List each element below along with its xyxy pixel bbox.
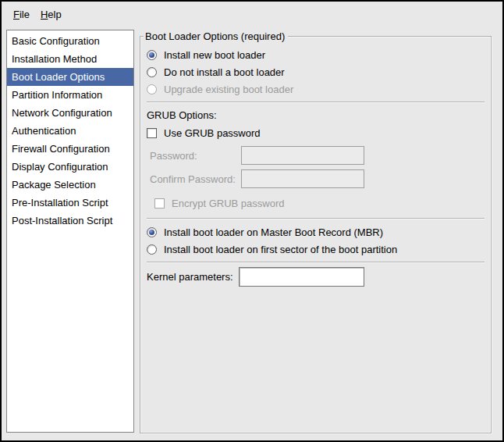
radio-label: Install boot loader on first sector of t…	[164, 244, 397, 255]
sidebar-item-boot-loader-options[interactable]: Boot Loader Options	[7, 68, 133, 86]
sidebar-item-authentication[interactable]: Authentication	[7, 122, 133, 140]
sidebar-item-firewall-configuration[interactable]: Firewall Configuration	[7, 140, 133, 158]
radio-label: Upgrade existing boot loader	[164, 84, 293, 95]
radio-row-install-on-mbr[interactable]: Install boot loader on Master Boot Recor…	[147, 223, 484, 241]
menu-help-rest: elp	[48, 9, 61, 20]
sidebar-item-pre-installation-script[interactable]: Pre-Installation Script	[7, 194, 133, 212]
radio-install-on-mbr[interactable]	[147, 227, 157, 237]
radio-row-do-not-install[interactable]: Do not install a boot loader	[147, 63, 484, 80]
kernel-parameters-row: Kernel parameters:	[147, 267, 484, 287]
sidebar-item-display-configuration[interactable]: Display Configuration	[7, 158, 133, 176]
boot-loader-options-frame: Boot Loader Options (required) Install n…	[140, 36, 492, 433]
radio-upgrade-existing	[147, 84, 157, 94]
radio-install-new-boot-loader[interactable]	[147, 50, 157, 60]
password-field-row: Password:	[147, 146, 484, 165]
menu-file-mnemonic: F	[13, 9, 20, 20]
checkbox-row-use-grub-password[interactable]: Use GRUB password	[147, 124, 484, 141]
confirm-password-input	[241, 169, 364, 188]
menu-file[interactable]: File	[8, 6, 35, 23]
menu-help[interactable]: Help	[35, 6, 67, 23]
checkbox-row-encrypt-grub-password: Encrypt GRUB password	[154, 194, 484, 212]
checkbox-label: Encrypt GRUB password	[172, 198, 285, 209]
radio-do-not-install[interactable]	[147, 67, 157, 77]
radio-row-install-new-boot-loader[interactable]: Install new boot loader	[147, 46, 484, 63]
password-label: Password:	[147, 150, 241, 162]
checkbox-encrypt-grub-password	[154, 198, 165, 209]
separator	[147, 262, 484, 263]
checkbox-use-grub-password[interactable]	[147, 128, 157, 138]
frame-title: Boot Loader Options (required)	[144, 30, 288, 43]
radio-row-install-on-first-sector[interactable]: Install boot loader on first sector of t…	[147, 241, 484, 258]
grub-options-heading: GRUB Options:	[147, 107, 484, 124]
confirm-password-field-row: Confirm Password:	[147, 169, 484, 188]
radio-label: Install new boot loader	[164, 49, 265, 61]
radio-install-on-first-sector[interactable]	[147, 244, 157, 255]
checkbox-label: Use GRUB password	[164, 127, 261, 139]
radio-label: Do not install a boot loader	[164, 66, 285, 78]
password-input	[241, 146, 364, 165]
sidebar-item-package-selection[interactable]: Package Selection	[7, 176, 133, 194]
separator	[147, 218, 484, 219]
menu-help-mnemonic: H	[41, 9, 48, 20]
separator	[147, 102, 484, 103]
sidebar-item-basic-configuration[interactable]: Basic Configuration	[7, 32, 133, 50]
menubar: File Help	[2, 2, 502, 27]
kernel-parameters-input[interactable]	[239, 267, 364, 287]
radio-label: Install boot loader on Master Boot Recor…	[164, 226, 383, 238]
section-list: Basic Configuration Installation Method …	[6, 30, 134, 433]
menu-file-rest: ile	[20, 9, 30, 20]
sidebar-item-partition-information[interactable]: Partition Information	[7, 86, 133, 104]
kickstart-configurator-window: File Help Basic Configuration Installati…	[0, 0, 504, 442]
sidebar-item-installation-method[interactable]: Installation Method	[7, 50, 133, 68]
confirm-password-label: Confirm Password:	[147, 173, 241, 185]
sidebar-item-post-installation-script[interactable]: Post-Installation Script	[7, 212, 133, 230]
sidebar-item-network-configuration[interactable]: Network Configuration	[7, 104, 133, 122]
kernel-parameters-label: Kernel parameters:	[147, 271, 239, 283]
radio-row-upgrade-existing: Upgrade existing boot loader	[147, 80, 484, 98]
